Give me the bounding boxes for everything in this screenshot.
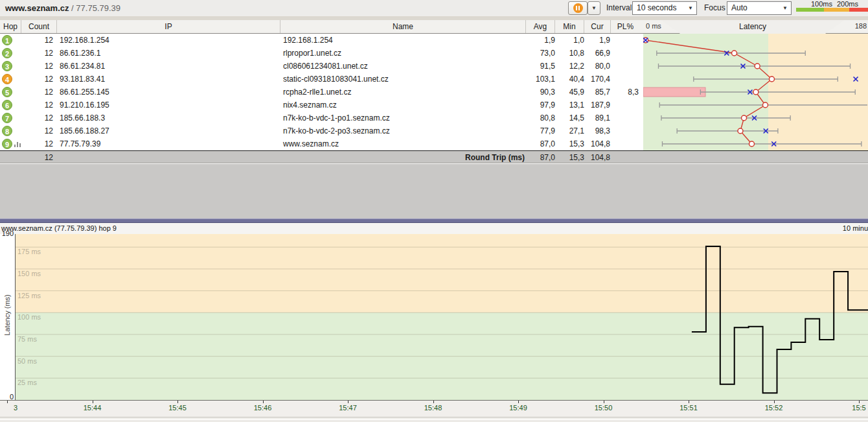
cur-cell: 187,9	[584, 99, 610, 111]
min-cell: 40,4	[555, 73, 584, 86]
pl-cell	[610, 34, 639, 47]
panel-splitter[interactable]	[0, 218, 868, 223]
cur-cell: 85,7	[584, 86, 610, 99]
pl-cell	[610, 73, 639, 86]
avg-cell: 87,0	[518, 137, 555, 150]
time-tick-label: 15:51	[674, 404, 703, 412]
count-cell: 12	[13, 111, 53, 124]
name-cell: nix4.seznam.cz	[283, 99, 337, 111]
avg-cell: 77,9	[518, 124, 555, 137]
count-cell: 12	[13, 99, 53, 111]
pingplotter-window: www.seznam.cz / 77.75.79.39 ▼ Interval 1…	[0, 0, 868, 422]
time-tick	[263, 401, 264, 403]
time-tick	[7, 401, 8, 403]
chevron-down-icon: ▼	[782, 2, 788, 14]
time-tick-label: 15:52	[760, 404, 788, 412]
grid-line-label: 100 ms	[17, 313, 41, 321]
toolbar: www.seznam.cz / 77.75.79.39 ▼ Interval 1…	[0, 0, 868, 16]
pl-cell	[610, 99, 639, 111]
timeline-plot: 175 ms150 ms125 ms100 ms75 ms50 ms25 ms	[15, 234, 868, 400]
count-cell: 12	[13, 34, 53, 47]
hop-number-badge: 3	[2, 61, 12, 71]
col-hop: Hop	[0, 20, 21, 33]
target-title: www.seznam.cz / 77.75.79.39	[5, 0, 120, 16]
pause-dropdown-button[interactable]: ▼	[588, 1, 600, 15]
time-tick-label: 15:46	[249, 404, 277, 412]
hop-number-badge: 7	[2, 113, 12, 123]
latency-scale-max: 188	[855, 22, 867, 30]
ip-cell: 185.66.188.27	[60, 124, 109, 137]
time-tick	[774, 401, 775, 403]
time-tick	[93, 401, 93, 403]
ip-cell: 185.66.188.3	[60, 111, 105, 124]
name-cell: n7k-ko-b-vdc-1-po1.seznam.cz	[283, 111, 390, 124]
grid-line-label: 125 ms	[17, 292, 41, 299]
avg-cell: 73,0	[518, 47, 555, 60]
name-cell: static-cl093181083041.unet.cz	[283, 73, 389, 86]
chevron-down-icon: ▼	[688, 2, 693, 14]
count-cell: 12	[13, 86, 53, 99]
time-tick	[859, 401, 860, 403]
ip-cell: 77.75.79.39	[60, 137, 100, 150]
ip-cell: 86.61.236.1	[60, 47, 100, 60]
timeline-title: www.seznam.cz (77.75.79.39) hop 9	[1, 224, 117, 232]
ip-cell: 86.61.255.145	[60, 86, 109, 99]
time-tick-label: 15:48	[419, 404, 448, 412]
min-cell: 45,9	[555, 86, 584, 99]
focus-select[interactable]: Auto ▼	[727, 1, 792, 15]
time-tick-label: 15:49	[504, 404, 532, 412]
col-count: Count	[21, 20, 57, 33]
latency-column-title: Latency	[661, 20, 845, 34]
avg-cell: 91,5	[518, 60, 555, 73]
time-tick-label: 15:45	[163, 404, 192, 412]
grid-line-label: 75 ms	[17, 335, 37, 343]
time-tick	[177, 401, 178, 403]
cur-cell: 98,3	[584, 124, 610, 137]
col-avg: Avg	[526, 20, 555, 33]
hop-number-badge: 8	[2, 126, 12, 136]
name-cell: 192.168.1.254	[283, 34, 333, 47]
avg-cell: 1,9	[518, 34, 555, 47]
hop-number-badge: 6	[2, 100, 12, 110]
hop-number-badge: 2	[2, 48, 12, 58]
min-cell: 12,2	[555, 60, 584, 73]
time-tick	[604, 401, 604, 403]
count-cell: 12	[13, 137, 53, 150]
count-cell: 12	[13, 73, 53, 86]
name-cell: rlpropor1.unet.cz	[283, 47, 341, 60]
min-cell: 10,8	[555, 47, 584, 60]
time-tick-label: 3	[1, 404, 30, 412]
hop-number-badge: 1	[2, 35, 12, 45]
time-tick	[348, 401, 348, 403]
legend-gradient-bar	[796, 8, 868, 12]
y-axis-max: 190	[0, 229, 14, 237]
grid-line-label: 175 ms	[17, 248, 41, 255]
pause-button[interactable]	[568, 1, 588, 15]
time-tick-label: 15:47	[334, 404, 362, 412]
target-ip: 77.75.79.39	[76, 3, 120, 13]
cur-cell: 66,9	[584, 47, 610, 60]
pl-cell	[610, 47, 639, 60]
timeline-header: www.seznam.cz (77.75.79.39) hop 9 10 min…	[0, 223, 868, 234]
round-trip-label: Round Trip (ms)	[389, 151, 525, 164]
ip-cell: 93.181.83.41	[60, 73, 105, 86]
hop-number-badge: 9	[2, 139, 12, 149]
target-host: www.seznam.cz	[5, 3, 69, 13]
col-min: Min	[555, 20, 584, 33]
col-name: Name	[280, 20, 526, 33]
col-pl: PL%	[611, 20, 640, 33]
avg-cell: 90,3	[518, 86, 555, 99]
y-axis-label: Latency (ms)	[3, 279, 11, 351]
pl-cell	[610, 111, 639, 124]
pl-cell	[610, 60, 639, 73]
time-tick-label: 15:5	[845, 404, 868, 412]
ip-cell: 86.61.234.81	[60, 60, 105, 73]
avg-cell: 80,8	[518, 111, 555, 124]
interval-select[interactable]: 10 seconds ▼	[632, 1, 697, 15]
name-cell: cl086061234081.unet.cz	[283, 60, 368, 73]
bottom-strip	[0, 417, 868, 422]
min-cell: 14,5	[555, 111, 584, 124]
time-tick-label: 15:50	[589, 404, 618, 412]
grid-line-label: 25 ms	[17, 379, 37, 386]
avg-cell: 97,9	[518, 99, 555, 111]
